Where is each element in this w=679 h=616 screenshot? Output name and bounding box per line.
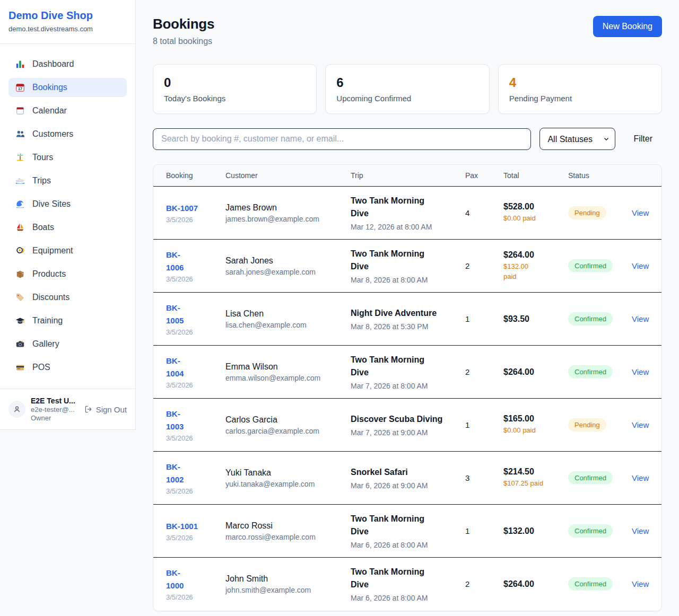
booking-id-link[interactable]: BK- 1006 [166,249,208,274]
column-header-customer: Customer [217,165,342,187]
stat-label: Today's Bookings [164,94,306,103]
trip-name: Night Dive Adventure [351,307,443,320]
customer-name: Emma Wilson [225,362,334,372]
customer-name: John Smith [225,574,334,584]
booking-id-link[interactable]: BK-1001 [166,520,208,533]
search-input[interactable] [153,128,531,150]
sidebar-item-pos[interactable]: POS [8,358,127,377]
view-link[interactable]: View [632,579,649,588]
view-link[interactable]: View [632,473,649,482]
user-name: E2E Test U... [31,397,79,405]
trip-datetime: Mar 8, 2026 at 5:30 PM [351,322,448,331]
calendar-icon [15,106,25,116]
booking-date: 3/5/2026 [166,534,208,542]
table-row[interactable]: BK-1007 3/5/2026 James Brown james.brown… [153,187,662,240]
customer-email: yuki.tanaka@example.com [225,480,334,488]
booking-id-link[interactable]: BK- 1000 [166,567,208,592]
trip-name: Two Tank Morning Dive [351,513,443,538]
sign-out-button[interactable]: Sign Out [84,405,127,414]
view-link[interactable]: View [632,526,649,535]
page-subtitle: 8 total bookings [153,37,214,46]
page-title: Bookings [153,16,214,32]
diving-mask-icon [15,246,25,256]
bar-chart-icon [15,59,25,69]
sidebar-item-equipment[interactable]: Equipment [8,241,127,260]
booking-date: 3/5/2026 [166,275,208,283]
paid-amount: $132.00 paid [503,262,547,282]
sidebar-item-products[interactable]: Products [8,265,127,284]
trip-datetime: Mar 7, 2026 at 8:00 AM [351,382,448,390]
credit-card-icon [15,363,25,372]
booking-id-link[interactable]: BK- 1002 [166,461,208,486]
camera-icon [15,339,25,349]
sidebar-item-calendar[interactable]: Calendar [8,101,127,120]
stat-card-todays-bookings: 0 Today's Bookings [153,64,317,114]
bookings-table-body: BK-1007 3/5/2026 James Brown james.brown… [153,187,662,611]
avatar [8,401,25,418]
sidebar-item-training[interactable]: Training [8,311,127,330]
stat-value: 0 [164,75,306,90]
pax-count: 4 [465,208,469,217]
booking-id-link[interactable]: BK-1007 [166,202,208,215]
stat-value: 6 [336,75,478,90]
sidebar-item-boats[interactable]: Boats [8,218,127,237]
total-amount: $528.00 [503,202,551,212]
sidebar-item-gallery[interactable]: Gallery [8,335,127,354]
new-booking-button[interactable]: New Booking [593,16,662,37]
sailboat-icon [15,223,25,232]
stat-card-pending-payment: 4 Pending Payment [498,64,662,114]
main-content: Bookings 8 total bookings New Booking 0 … [136,0,679,616]
trip-name: Two Tank Morning Dive [351,195,443,220]
customer-email: lisa.chen@example.com [225,321,334,329]
sidebar-item-customers[interactable]: Customers [8,125,127,144]
view-link[interactable]: View [632,208,649,217]
table-row[interactable]: BK- 1000 3/5/2026 John Smith john.smith@… [153,558,662,611]
booking-date: 3/5/2026 [166,328,208,336]
status-badge: Pending [568,206,606,219]
sidebar-item-discounts[interactable]: Discounts [8,288,127,307]
total-amount: $93.50 [503,314,551,324]
pax-count: 1 [465,420,469,429]
customer-name: Lisa Chen [225,309,334,319]
package-icon [15,269,25,279]
customer-email: carlos.garcia@example.com [225,427,334,435]
customer-name: Sarah Jones [225,256,334,266]
booking-date: 3/5/2026 [166,381,208,389]
graduation-cap-icon [15,316,25,325]
booking-date: 3/5/2026 [166,487,208,495]
table-row[interactable]: BK- 1003 3/5/2026 Carlos Garcia carlos.g… [153,399,662,452]
status-badge: Confirmed [568,471,613,485]
table-row[interactable]: BK- 1004 3/5/2026 Emma Wilson emma.wilso… [153,346,662,399]
status-select[interactable]: All Statuses [539,128,615,150]
sidebar-item-dashboard[interactable]: Dashboard [8,55,127,74]
pax-count: 2 [465,579,469,588]
booking-date: 3/5/2026 [166,216,208,224]
sidebar: Demo Dive Shop demo.test.divestreams.com… [0,0,136,430]
view-link[interactable]: View [632,420,649,429]
status-badge: Confirmed [568,312,613,325]
sidebar-item-trips[interactable]: Trips [8,171,127,190]
total-amount: $264.00 [503,250,551,260]
booking-id-link[interactable]: BK- 1005 [166,302,208,327]
booking-id-link[interactable]: BK- 1004 [166,355,208,380]
column-header-trip: Trip [342,165,457,187]
sidebar-item-tours[interactable]: Tours [8,148,127,167]
filter-button[interactable]: Filter [624,134,662,144]
booking-id-link[interactable]: BK- 1003 [166,408,208,433]
view-link[interactable]: View [632,367,649,376]
column-header-status: Status [560,165,623,187]
customer-email: james.brown@example.com [225,215,334,223]
view-link[interactable]: View [632,314,649,323]
sidebar-header: Demo Dive Shop demo.test.divestreams.com [0,0,135,44]
bookings-table-card: BookingCustomerTripPaxTotalStatus BK-100… [153,164,662,611]
customer-email: emma.wilson@example.com [225,374,334,382]
table-row[interactable]: BK- 1002 3/5/2026 Yuki Tanaka yuki.tanak… [153,452,662,505]
sidebar-item-bookings[interactable]: 17 Bookings [8,78,127,97]
view-link[interactable]: View [632,261,649,270]
table-row[interactable]: BK-1001 3/5/2026 Marco Rossi marco.rossi… [153,505,662,558]
table-row[interactable]: BK- 1006 3/5/2026 Sarah Jones sarah.jone… [153,240,662,293]
table-row[interactable]: BK- 1005 3/5/2026 Lisa Chen lisa.chen@ex… [153,293,662,346]
brand-name: Demo Dive Shop [8,10,127,22]
customer-email: sarah.jones@example.com [225,268,334,276]
sidebar-item-dive-sites[interactable]: Dive Sites [8,195,127,214]
